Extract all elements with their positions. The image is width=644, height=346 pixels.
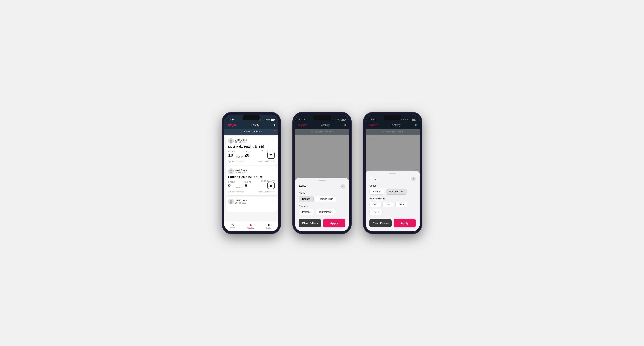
chip-practice-2[interactable]: Practice xyxy=(299,209,314,215)
card-dots-3[interactable]: ··· xyxy=(272,199,274,202)
filter-sheet-3: Filter ✕ Show Rounds Practice Drills Pra… xyxy=(366,171,420,231)
phone-2-screen: 11:33 ▲▲▲ WiFi clippd Activity ≡ ⚙ Viewi… xyxy=(295,115,349,231)
activity-card-2: Josh Coles 28 Feb 2023 ··· Putting Combi… xyxy=(226,166,277,195)
stats-row-2: Score 0 OUT OF Shots 9 Shot Quality 45 xyxy=(228,180,274,189)
filter-title-2: Filter xyxy=(299,184,307,188)
card-footer-1: i Test Information Data: Clippd Capture xyxy=(228,160,274,163)
tab-activities-1[interactable]: ♟ Activities xyxy=(247,223,254,229)
modal-footer-2: Clear Filters Apply xyxy=(299,219,345,227)
footer-left-1: Test Information xyxy=(231,161,244,163)
filter-sheet-2: Filter ✕ Show Rounds Practice Drills Rou… xyxy=(295,178,349,231)
phones-container: 11:33 ▲▲▲ WiFi clippd Activity ≡ ⚙ Viewi… xyxy=(222,112,422,234)
clear-button-2[interactable]: Clear Filters xyxy=(299,219,321,227)
tab-capture-1[interactable]: ⊕ Capture xyxy=(266,223,272,229)
shots-label-1: Shots xyxy=(244,151,251,153)
card-dots-1[interactable]: ··· xyxy=(272,138,274,141)
wifi-icon-1: WiFi xyxy=(266,119,270,121)
chip-ott-3[interactable]: OTT xyxy=(370,202,381,207)
viewing-badge-1 xyxy=(274,130,276,131)
modal-header-3: Filter ✕ xyxy=(370,176,416,181)
chip-tournament-2[interactable]: Tournament xyxy=(316,209,334,215)
filter-icon-1: ⚙ xyxy=(240,131,242,133)
card-header-1: Josh Coles 28 Feb 2023 ··· xyxy=(228,138,274,144)
card-header-2: Josh Coles 28 Feb 2023 ··· xyxy=(228,169,274,174)
footer-left-2: Test Information xyxy=(231,191,244,193)
svg-point-2 xyxy=(230,170,232,172)
footer-right-1: Data: Clippd Capture xyxy=(258,161,274,163)
phone-3: 11:33 ▲▲▲ WiFi clippd Activity ≡ ⚙ Viewi… xyxy=(363,112,422,234)
activity-card-1: Josh Coles 28 Feb 2023 ··· Must Make Put… xyxy=(226,136,277,165)
modal-header-2: Filter ✕ xyxy=(299,184,345,189)
tab-activities-label-1: Activities xyxy=(247,227,254,229)
card-footer-2: i Test Information Data: Clippd Capture xyxy=(228,191,274,193)
activity-card-3: Josh Coles 28 Feb 2023 ··· xyxy=(226,196,277,212)
modal-overlay-2: Filter ✕ Show Rounds Practice Drills Rou… xyxy=(295,115,349,231)
sq-badge-2: 45 xyxy=(268,182,274,189)
modal-footer-3: Clear Filters Apply xyxy=(370,219,416,227)
status-icons-1: ▲▲▲ WiFi xyxy=(259,119,274,121)
viewing-text-1: Viewing Activities xyxy=(244,130,262,133)
svg-point-3 xyxy=(230,172,232,173)
phone-1-screen: 11:33 ▲▲▲ WiFi clippd Activity ≡ ⚙ Viewi… xyxy=(224,115,278,231)
nav-title-1: Activity xyxy=(250,123,259,127)
nav-header-1: clippd Activity ≡ xyxy=(224,122,278,129)
card-title-2: Putting Combine (3-15 ft) xyxy=(228,175,274,178)
svg-point-4 xyxy=(230,200,232,202)
tab-home-label-1: Home xyxy=(230,227,235,229)
user-name-2: Josh Coles xyxy=(235,169,247,172)
shots-value-2: 9 xyxy=(244,183,251,188)
card-title-1: Must Make Putting (3-6 ft) xyxy=(228,145,274,148)
sq-badge-1: 75 xyxy=(268,152,274,159)
svg-point-1 xyxy=(230,142,232,143)
phone-1: 11:33 ▲▲▲ WiFi clippd Activity ≡ ⚙ Viewi… xyxy=(222,112,281,234)
score-value-1: 10 xyxy=(228,153,235,158)
filter-close-2[interactable]: ✕ xyxy=(340,184,345,189)
chip-putt-3[interactable]: PUTT xyxy=(370,209,382,215)
show-label-3: Show xyxy=(370,184,416,187)
signal-icon-1: ▲▲▲ xyxy=(259,119,265,121)
user-name-3: Josh Coles xyxy=(235,199,247,202)
apply-button-3[interactable]: Apply xyxy=(394,219,416,227)
filter-close-3[interactable]: ✕ xyxy=(411,176,416,181)
shots-label-2: Shots xyxy=(244,181,251,183)
svg-point-0 xyxy=(230,140,232,141)
scroll-content-1: Josh Coles 28 Feb 2023 ··· Must Make Put… xyxy=(224,135,278,221)
chip-practice-drills-3[interactable]: Practice Drills xyxy=(386,189,407,194)
practice-chips-3: OTT APP ARG PUTT xyxy=(370,202,416,215)
chip-practice-drills-2[interactable]: Practice Drills xyxy=(315,196,336,202)
tab-home-1[interactable]: ⌂ Home xyxy=(230,223,235,229)
viewing-banner-1[interactable]: ⚙ Viewing Activities xyxy=(224,129,278,135)
modal-handle-2 xyxy=(318,180,326,181)
chip-rounds-3[interactable]: Rounds xyxy=(370,189,384,194)
menu-icon-1[interactable]: ≡ xyxy=(274,123,275,127)
score-label-1: Score xyxy=(228,151,235,153)
home-icon-1: ⌂ xyxy=(232,223,234,226)
shots-value-1: 20 xyxy=(244,153,251,158)
activities-icon-1: ♟ xyxy=(249,223,252,227)
modal-handle-3 xyxy=(389,173,396,174)
stats-row-1: Score 10 OUT OF Shots 20 Shot Quality 75 xyxy=(228,150,274,159)
apply-button-2[interactable]: Apply xyxy=(323,219,345,227)
user-date-1: 28 Feb 2023 xyxy=(235,141,247,143)
chip-arg-3[interactable]: ARG xyxy=(396,202,407,207)
user-info-1: Josh Coles 28 Feb 2023 xyxy=(228,138,247,144)
dynamic-island-3 xyxy=(384,115,402,120)
chip-app-3[interactable]: APP xyxy=(382,202,394,207)
clear-button-3[interactable]: Clear Filters xyxy=(370,219,392,227)
dynamic-island xyxy=(242,115,260,120)
info-icon-2: i xyxy=(228,191,230,193)
chip-rounds-2[interactable]: Rounds xyxy=(299,196,314,202)
score-value-2: 0 xyxy=(228,183,235,188)
status-time-1: 11:33 xyxy=(228,118,234,121)
sq-label-1: Shot Quality xyxy=(261,150,274,152)
sq-label-2: Shot Quality xyxy=(261,180,274,182)
user-date-3: 28 Feb 2023 xyxy=(235,202,247,204)
dynamic-island-2 xyxy=(313,115,331,120)
user-name-1: Josh Coles xyxy=(235,139,247,141)
filter-title-3: Filter xyxy=(370,177,378,181)
tab-capture-label-1: Capture xyxy=(266,227,272,229)
card-dots-2[interactable]: ··· xyxy=(272,169,274,172)
user-info-3: Josh Coles 28 Feb 2023 xyxy=(228,199,247,204)
show-label-2: Show xyxy=(299,192,345,194)
show-chips-3: Rounds Practice Drills xyxy=(370,189,416,194)
